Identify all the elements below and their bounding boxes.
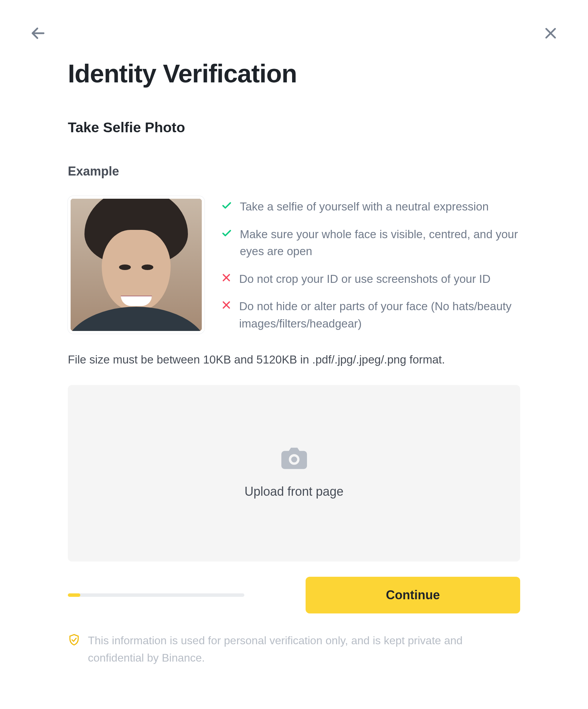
rule-item: Do not crop your ID or use screenshots o… — [221, 270, 520, 288]
privacy-note: This information is used for personal ve… — [68, 632, 520, 666]
progress-fill — [68, 593, 80, 597]
camera-icon — [281, 448, 307, 470]
rule-item: Make sure your whole face is visible, ce… — [221, 226, 520, 260]
close-icon — [543, 26, 558, 41]
file-size-note: File size must be between 10KB and 5120K… — [68, 353, 520, 366]
example-block: Take a selfie of yourself with a neutral… — [68, 196, 520, 334]
content: Identity Verification Take Selfie Photo … — [68, 59, 520, 666]
cross-icon — [221, 300, 232, 312]
check-icon — [221, 228, 232, 240]
verification-modal: Identity Verification Take Selfie Photo … — [0, 0, 588, 709]
rule-text: Take a selfie of yourself with a neutral… — [240, 198, 489, 215]
arrow-left-icon — [30, 25, 46, 42]
topbar — [30, 25, 558, 42]
cross-icon — [221, 272, 232, 284]
continue-button[interactable]: Continue — [306, 577, 520, 613]
rule-text: Make sure your whole face is visible, ce… — [240, 226, 520, 260]
section-title: Take Selfie Photo — [68, 119, 520, 136]
page-title: Identity Verification — [68, 59, 520, 88]
action-row: Continue — [68, 577, 520, 613]
rules-list: Take a selfie of yourself with a neutral… — [221, 196, 520, 332]
rule-text: Do not crop your ID or use screenshots o… — [239, 270, 490, 288]
upload-label: Upload front page — [244, 484, 343, 499]
example-photo — [68, 196, 205, 334]
rule-text: Do not hide or alter parts of your face … — [239, 298, 520, 332]
rule-item: Take a selfie of yourself with a neutral… — [221, 198, 520, 215]
shield-check-icon — [68, 634, 80, 647]
rule-item: Do not hide or alter parts of your face … — [221, 298, 520, 332]
privacy-text: This information is used for personal ve… — [88, 632, 520, 666]
progress-bar — [68, 593, 244, 597]
upload-area[interactable]: Upload front page — [68, 385, 520, 562]
close-button[interactable] — [543, 26, 558, 41]
example-label: Example — [68, 164, 520, 179]
back-button[interactable] — [30, 25, 46, 42]
check-icon — [221, 200, 232, 213]
